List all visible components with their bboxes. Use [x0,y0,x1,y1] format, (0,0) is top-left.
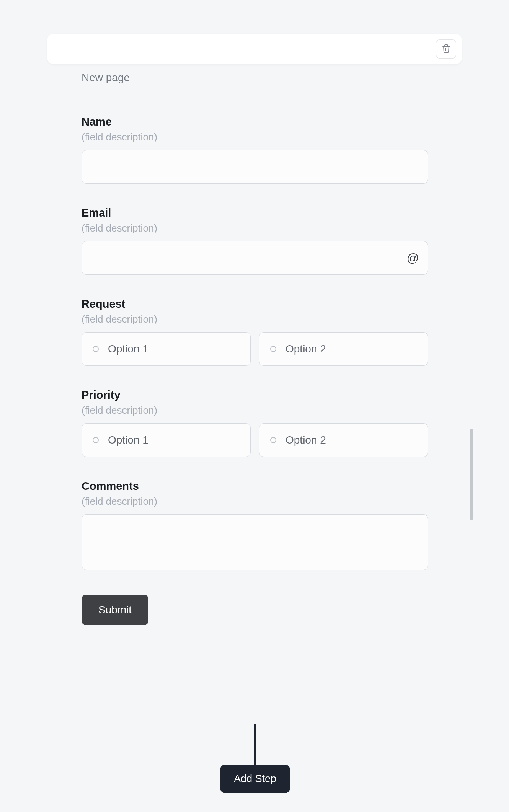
option-label: Option 1 [108,343,148,355]
add-step-button[interactable]: Add Step [220,765,290,793]
field-label: Name [82,116,428,128]
scrollbar-thumb[interactable] [470,429,473,520]
field-description: (field description) [82,496,428,507]
email-input[interactable] [82,241,428,275]
submit-button[interactable]: Submit [82,595,148,625]
priority-options: Option 1 Option 2 [82,423,428,457]
request-option-2[interactable]: Option 2 [259,332,428,366]
comments-input[interactable] [82,514,428,570]
page-title: New page [82,72,130,84]
field-label: Comments [82,480,428,492]
field-request: Request (field description) Option 1 Opt… [82,298,428,366]
radio-icon [270,346,276,352]
connector-line [254,724,256,765]
radio-icon [93,437,99,443]
field-priority: Priority (field description) Option 1 Op… [82,389,428,457]
field-label: Priority [82,389,428,401]
at-sign-icon: @ [407,251,419,265]
form-card: New page Name (field description) Email … [47,34,462,64]
field-label: Request [82,298,428,310]
fields-container: Name (field description) Email (field de… [82,116,428,625]
field-description: (field description) [82,313,428,325]
field-description: (field description) [82,131,428,143]
radio-icon [93,346,99,352]
delete-page-button[interactable] [436,39,456,59]
request-option-1[interactable]: Option 1 [82,332,251,366]
radio-icon [270,437,276,443]
field-description: (field description) [82,404,428,416]
request-options: Option 1 Option 2 [82,332,428,366]
name-input[interactable] [82,150,428,184]
priority-option-1[interactable]: Option 1 [82,423,251,457]
field-email: Email (field description) @ [82,207,428,275]
option-label: Option 2 [285,343,326,355]
field-name: Name (field description) [82,116,428,184]
field-description: (field description) [82,222,428,234]
email-input-wrap: @ [82,241,428,275]
trash-icon [442,44,451,54]
field-label: Email [82,207,428,219]
priority-option-2[interactable]: Option 2 [259,423,428,457]
option-label: Option 1 [108,434,148,446]
option-label: Option 2 [285,434,326,446]
field-comments: Comments (field description) [82,480,428,572]
